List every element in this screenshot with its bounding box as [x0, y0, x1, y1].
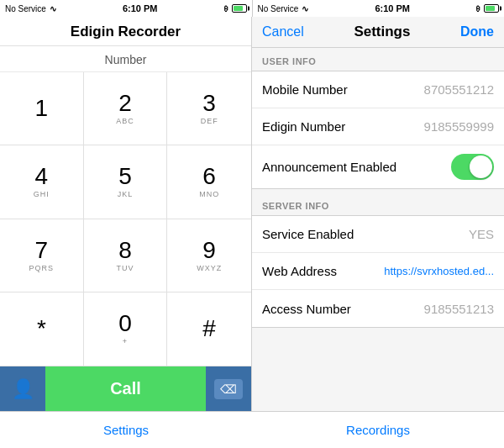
nav-settings[interactable]: Settings — [0, 412, 252, 448]
key-digit-10: 0 — [118, 312, 132, 335]
keypad: 12ABC3DEF4GHI5JKL6MNO7PQRS8TUV9WXYZ*0+# — [0, 72, 251, 366]
right-bluetooth-icon: 𐐂 — [476, 4, 480, 13]
web-address-row: Web Address https://svrxhosted.ed... — [252, 253, 504, 290]
main-content: Edigin Recorder Number 12ABC3DEF4GHI5JKL… — [0, 17, 504, 411]
key-9[interactable]: 9WXYZ — [167, 219, 251, 293]
key-letters-7: TUV — [116, 264, 134, 272]
announcement-label: Announcement Enabled — [262, 160, 451, 174]
key-digit-11: # — [202, 317, 216, 340]
access-number-value: 9185551213 — [424, 302, 494, 316]
right-battery-icon — [484, 4, 499, 13]
right-status-bar: No Service ∿ 6:10 PM 𐐂 — [252, 0, 505, 17]
contact-button[interactable]: 👤 — [0, 366, 45, 411]
key-digit-1: 2 — [118, 92, 132, 115]
mobile-number-value: 8705551212 — [424, 82, 494, 97]
key-letters-4: JKL — [118, 190, 134, 198]
key-letters-10: + — [123, 337, 128, 345]
left-status-bar: No Service ∿ 6:10 PM 𐐂 — [0, 0, 252, 17]
service-enabled-value: YES — [469, 227, 494, 241]
key-letters-8: WXYZ — [197, 264, 222, 272]
key-digit-7: 8 — [118, 239, 132, 262]
delete-icon: ⌫ — [214, 379, 243, 399]
nav-recordings[interactable]: Recordings — [252, 412, 504, 448]
call-button[interactable]: Call — [45, 366, 206, 411]
settings-content: USER INFO Mobile Number 8705551212 Edigi… — [252, 48, 504, 411]
call-label: Call — [110, 379, 141, 398]
key-8[interactable]: 8TUV — [84, 219, 168, 293]
key-4[interactable]: 4GHI — [0, 145, 84, 219]
bottom-nav: Settings Recordings — [0, 411, 504, 448]
settings-title: Settings — [354, 24, 410, 40]
user-info-group: Mobile Number 8705551212 Edigin Number 9… — [252, 71, 504, 189]
number-display: Number — [0, 46, 251, 72]
edigin-number-value: 9185559999 — [424, 119, 494, 134]
right-battery-fill — [486, 6, 495, 11]
key-digit-8: 9 — [202, 239, 216, 262]
key-3[interactable]: 3DEF — [167, 72, 251, 145]
key-letters-2: DEF — [201, 117, 218, 125]
key-digit-5: 6 — [202, 165, 216, 188]
left-bluetooth-icon: 𐐂 — [224, 4, 228, 13]
key-digit-0: 1 — [35, 97, 49, 120]
key-0[interactable]: 0+ — [84, 293, 168, 366]
service-enabled-label: Service Enabled — [262, 227, 469, 241]
cancel-button[interactable]: Cancel — [262, 24, 304, 40]
key-digit-9: * — [37, 317, 46, 340]
service-enabled-row: Service Enabled YES — [252, 216, 504, 253]
done-button[interactable]: Done — [460, 24, 494, 40]
key-letters-5: MNO — [199, 190, 219, 198]
nav-settings-label: Settings — [103, 423, 149, 437]
left-battery-icon — [232, 4, 247, 13]
dialer-header: Edigin Recorder — [0, 17, 251, 46]
right-wifi-icon: ∿ — [302, 4, 308, 13]
announcement-toggle[interactable] — [451, 154, 494, 180]
key-letters-1: ABC — [116, 117, 134, 125]
edigin-number-label: Edigin Number — [262, 119, 424, 134]
key-letters-3: GHI — [34, 190, 50, 198]
dialer-title: Edigin Recorder — [0, 24, 251, 40]
key-#[interactable]: # — [167, 293, 251, 366]
key-*[interactable]: * — [0, 293, 84, 366]
settings-header: Cancel Settings Done — [252, 17, 504, 48]
key-2[interactable]: 2ABC — [84, 72, 168, 145]
web-address-label: Web Address — [262, 264, 384, 278]
key-digit-4: 5 — [118, 165, 132, 188]
key-7[interactable]: 7PQRS — [0, 219, 84, 293]
access-number-label: Access Number — [262, 302, 424, 316]
left-signal-label: No Service — [5, 4, 46, 13]
key-digit-6: 7 — [35, 239, 49, 262]
web-address-value: https://svrxhosted.ed... — [384, 265, 494, 277]
announcement-row: Announcement Enabled — [252, 145, 504, 188]
key-digit-2: 3 — [202, 92, 216, 115]
dialer-panel: Edigin Recorder Number 12ABC3DEF4GHI5JKL… — [0, 17, 252, 411]
left-wifi-icon: ∿ — [50, 4, 56, 13]
mobile-number-row: Mobile Number 8705551212 — [252, 71, 504, 108]
contact-icon: 👤 — [12, 378, 34, 400]
key-digit-3: 4 — [35, 165, 49, 188]
toggle-thumb — [470, 155, 492, 178]
call-bar: 👤 Call ⌫ — [0, 366, 251, 411]
key-1[interactable]: 1 — [0, 72, 84, 145]
edigin-number-row: Edigin Number 9185559999 — [252, 108, 504, 145]
key-letters-6: PQRS — [29, 264, 55, 272]
user-info-header: USER INFO — [252, 48, 504, 71]
number-label: Number — [105, 53, 147, 66]
server-info-group: Service Enabled YES Web Address https://… — [252, 215, 504, 328]
delete-label: ⌫ — [220, 382, 237, 396]
settings-panel: Cancel Settings Done USER INFO Mobile Nu… — [252, 17, 504, 411]
delete-button[interactable]: ⌫ — [206, 366, 251, 411]
status-bars: No Service ∿ 6:10 PM 𐐂 No Service ∿ 6:10… — [0, 0, 504, 17]
mobile-number-label: Mobile Number — [262, 82, 424, 97]
nav-recordings-label: Recordings — [346, 423, 410, 437]
access-number-row: Access Number 9185551213 — [252, 290, 504, 327]
left-battery-fill — [234, 6, 243, 11]
left-time: 6:10 PM — [60, 3, 221, 13]
key-5[interactable]: 5JKL — [84, 145, 168, 219]
right-time: 6:10 PM — [312, 3, 473, 13]
key-6[interactable]: 6MNO — [167, 145, 251, 219]
server-info-header: SERVER INFO — [252, 192, 504, 215]
right-signal-label: No Service — [258, 4, 299, 13]
